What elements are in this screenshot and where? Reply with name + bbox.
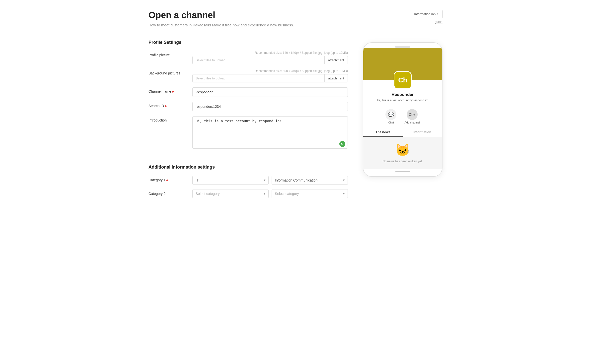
search-id-required: ● bbox=[164, 104, 167, 108]
introduction-textarea-wrap: Hi, this is a test account by respond.io… bbox=[192, 116, 348, 149]
category2-row: Category 2 Select category IT Finance ▼ bbox=[148, 189, 348, 198]
category2-select2[interactable]: Select category Information Communicatio… bbox=[272, 189, 348, 198]
search-id-field bbox=[192, 102, 348, 111]
search-id-label: Search ID● bbox=[148, 102, 188, 108]
phone-channel-desc: Hi, this is a test account by respond.io… bbox=[367, 99, 438, 102]
phone-action-chat: 💬 Chat bbox=[385, 109, 396, 124]
phone-home-bar bbox=[395, 171, 410, 172]
add-channel-icon: Ch+ bbox=[407, 109, 418, 120]
background-pictures-hint: Recommended size: 800 x 346px / Support … bbox=[192, 69, 348, 73]
profile-picture-placeholder: Select files to upload bbox=[193, 56, 324, 64]
category1-row: Category 1● IT Finance Retail ▼ bbox=[148, 176, 348, 185]
guide-link[interactable]: guide bbox=[435, 20, 443, 24]
profile-settings-title: Profile Settings bbox=[148, 40, 348, 45]
phone-bottom bbox=[363, 171, 442, 176]
no-news-text: No news has been written yet. bbox=[383, 160, 423, 163]
tab-information[interactable]: Information bbox=[403, 127, 442, 137]
phone-banner: Ch bbox=[363, 48, 442, 80]
phone-tabs: The news Information bbox=[363, 127, 442, 137]
introduction-label: Introduction bbox=[148, 116, 188, 122]
channel-name-row: Channel name● bbox=[148, 87, 348, 97]
profile-picture-label: Profile picture bbox=[148, 51, 188, 57]
introduction-row: Introduction Hi, this is a test account … bbox=[148, 116, 348, 149]
channel-name-label: Channel name● bbox=[148, 87, 188, 94]
background-pictures-placeholder: Select files to upload bbox=[193, 74, 324, 82]
channel-name-input[interactable] bbox=[192, 87, 348, 97]
category1-select1-wrap: IT Finance Retail ▼ bbox=[192, 176, 269, 185]
channel-avatar-inner: Ch bbox=[394, 72, 411, 88]
introduction-textarea[interactable]: Hi, this is a test account by respond.io… bbox=[192, 116, 348, 149]
search-id-row: Search ID● bbox=[148, 102, 348, 111]
category1-select1[interactable]: IT Finance Retail bbox=[192, 176, 269, 185]
section-divider bbox=[148, 157, 348, 157]
channel-name-required: ● bbox=[172, 89, 174, 94]
additional-settings-title: Additional information settings bbox=[148, 165, 348, 170]
additional-settings-section: Additional information settings Category… bbox=[148, 165, 348, 198]
background-pictures-label: Background pictures bbox=[148, 69, 188, 75]
profile-picture-hint: Recommended size: 640 x 640px / Support … bbox=[192, 51, 348, 55]
main-content: Profile Settings Profile picture Recomme… bbox=[148, 40, 443, 203]
form-section: Profile Settings Profile picture Recomme… bbox=[148, 40, 348, 203]
background-pictures-attachment-btn[interactable]: attachment bbox=[324, 74, 348, 82]
tab-news[interactable]: The news bbox=[363, 127, 403, 137]
phone-channel-name: Responder bbox=[367, 92, 438, 97]
search-id-input[interactable] bbox=[192, 102, 348, 111]
category1-label: Category 1● bbox=[148, 178, 188, 182]
category2-selects: Select category IT Finance ▼ Select cate… bbox=[192, 189, 348, 198]
category1-required: ● bbox=[166, 178, 168, 182]
channel-name-field bbox=[192, 87, 348, 97]
category1-selects: IT Finance Retail ▼ Information Communic… bbox=[192, 176, 348, 185]
phone-action-add-channel: Ch+ Add channel bbox=[404, 109, 420, 124]
profile-picture-input-row: Select files to upload attachment bbox=[192, 56, 348, 64]
phone-notch bbox=[395, 46, 410, 48]
page-header: Open a channel How to meet customers in … bbox=[148, 10, 443, 27]
background-pictures-row: Background pictures Recommended size: 80… bbox=[148, 69, 348, 82]
phone-actions: 💬 Chat Ch+ Add channel bbox=[363, 109, 442, 127]
category2-select1-wrap: Select category IT Finance ▼ bbox=[192, 189, 269, 198]
phone-preview: Ch Responder Hi, this is a test account … bbox=[363, 42, 443, 177]
background-pictures-field: Recommended size: 800 x 346px / Support … bbox=[192, 69, 348, 82]
background-pictures-input-row: Select files to upload attachment bbox=[192, 74, 348, 82]
info-input-button[interactable]: Information input bbox=[410, 10, 443, 18]
grammarly-icon: G bbox=[339, 141, 345, 147]
page-subtitle: How to meet customers in KakaoTalk! Make… bbox=[148, 23, 443, 27]
introduction-field: Hi, this is a test account by respond.io… bbox=[192, 116, 348, 149]
category2-select1[interactable]: Select category IT Finance bbox=[192, 189, 269, 198]
header-divider bbox=[148, 32, 443, 32]
empty-state-icon: 🐱 bbox=[395, 143, 410, 157]
category2-select2-wrap: Select category Information Communicatio… bbox=[272, 189, 348, 198]
profile-settings-section: Profile Settings Profile picture Recomme… bbox=[148, 40, 348, 149]
profile-picture-field: Recommended size: 640 x 640px / Support … bbox=[192, 51, 348, 64]
add-channel-label: Add channel bbox=[404, 121, 420, 124]
chat-icon: 💬 bbox=[385, 109, 396, 120]
channel-avatar: Ch bbox=[394, 71, 412, 89]
chat-label: Chat bbox=[388, 121, 394, 124]
profile-picture-attachment-btn[interactable]: attachment bbox=[324, 56, 348, 64]
page-title: Open a channel bbox=[148, 10, 443, 20]
phone-news-area: 🐱 No news has been written yet. bbox=[363, 137, 442, 169]
category1-select2[interactable]: Information Communication... Software Ha… bbox=[272, 176, 348, 185]
category1-select2-wrap: Information Communication... Software Ha… bbox=[272, 176, 348, 185]
category2-label: Category 2 bbox=[148, 192, 188, 196]
profile-picture-row: Profile picture Recommended size: 640 x … bbox=[148, 51, 348, 64]
